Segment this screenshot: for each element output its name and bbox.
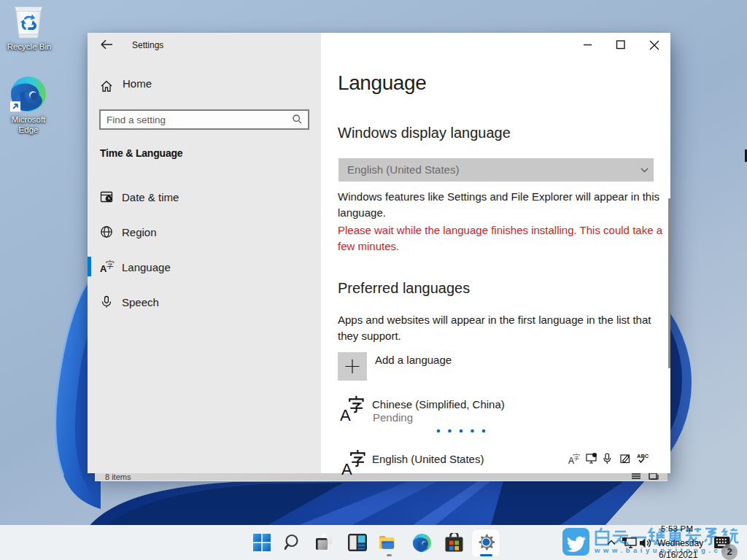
svg-text:ABC: ABC: [637, 453, 649, 459]
svg-text:A: A: [340, 406, 351, 423]
svg-text:A: A: [100, 263, 107, 274]
svg-text:A: A: [568, 456, 574, 466]
svg-text:A: A: [341, 460, 352, 477]
